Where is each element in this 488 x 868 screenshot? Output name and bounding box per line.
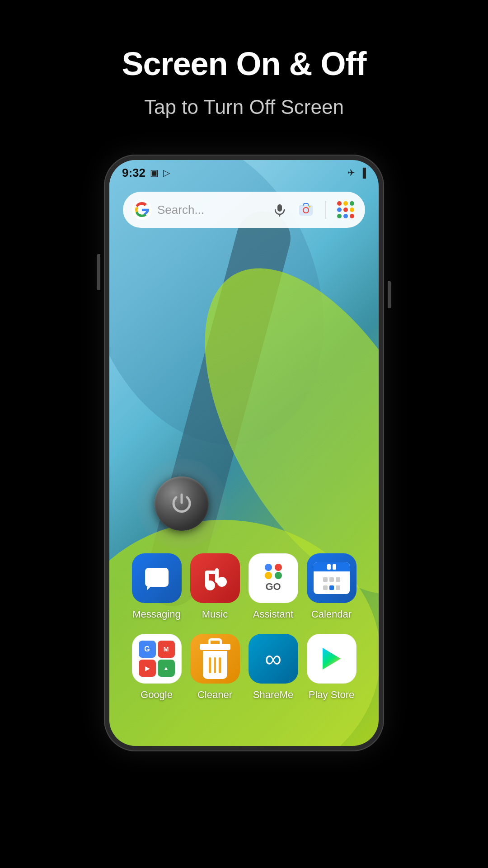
app-playstore[interactable]: Play Store — [305, 634, 359, 701]
svg-point-5 — [309, 206, 310, 208]
voice-search-button[interactable] — [269, 199, 290, 220]
status-time: 9:32 — [122, 166, 145, 180]
app-google[interactable]: G M ▶ ▲ Google — [130, 634, 184, 701]
power-icon — [168, 490, 195, 517]
status-right: ✈ ▐ — [347, 167, 366, 178]
svg-rect-10 — [215, 568, 219, 583]
app-calendar[interactable]: Calendar — [305, 553, 359, 620]
search-bar[interactable]: Search... — [123, 192, 365, 228]
status-left: 9:32 ▣ ▷ — [122, 166, 170, 180]
app-assistant-label: Assistant — [253, 609, 293, 620]
app-playstore-label: Play Store — [309, 689, 355, 701]
infinity-icon: ∞ — [265, 645, 282, 672]
subtitle-text: Tap to Turn Off Screen — [122, 96, 366, 118]
search-divider — [325, 201, 326, 219]
app-music[interactable]: Music — [188, 553, 242, 620]
app-grid: Messaging Music — [109, 553, 379, 701]
app-google-label: Google — [141, 689, 173, 701]
phone-screen[interactable]: 9:32 ▣ ▷ ✈ ▐ Search... — [109, 160, 379, 746]
phone-wrapper: 9:32 ▣ ▷ ✈ ▐ Search... — [104, 155, 384, 751]
sim-icon: ▣ — [150, 167, 159, 178]
power-button[interactable] — [155, 476, 209, 531]
svg-rect-6 — [145, 568, 169, 587]
app-messaging-label: Messaging — [132, 609, 180, 620]
power-widget[interactable] — [145, 467, 218, 540]
app-messaging[interactable]: Messaging — [130, 553, 184, 620]
app-assistant[interactable]: GO Assistant — [246, 553, 300, 620]
airplane-icon: ✈ — [347, 167, 355, 178]
status-bar: 9:32 ▣ ▷ ✈ ▐ — [109, 160, 379, 185]
phone-button-power — [388, 281, 391, 308]
camera-search-button[interactable] — [296, 199, 316, 220]
app-cleaner[interactable]: Cleaner — [188, 634, 242, 701]
main-title: Screen On & Off — [122, 45, 366, 82]
app-calendar-label: Calendar — [311, 609, 352, 620]
play-store-status-icon: ▷ — [163, 167, 170, 178]
app-row-1: Messaging Music — [127, 553, 361, 620]
app-cleaner-label: Cleaner — [197, 689, 232, 701]
app-row-2: G M ▶ ▲ Google — [127, 634, 361, 701]
svg-rect-12 — [205, 571, 219, 574]
battery-icon: ▐ — [360, 168, 366, 178]
search-placeholder: Search... — [157, 203, 264, 217]
svg-rect-1 — [277, 204, 282, 212]
app-shareme[interactable]: ∞ ShareMe — [246, 634, 300, 701]
phone-button-vol — [97, 254, 100, 290]
google-logo-icon — [132, 200, 152, 220]
header-section: Screen On & Off Tap to Turn Off Screen — [122, 45, 366, 118]
app-shareme-label: ShareMe — [253, 689, 293, 701]
app-music-label: Music — [202, 609, 228, 620]
apps-grid-button[interactable] — [335, 199, 356, 220]
